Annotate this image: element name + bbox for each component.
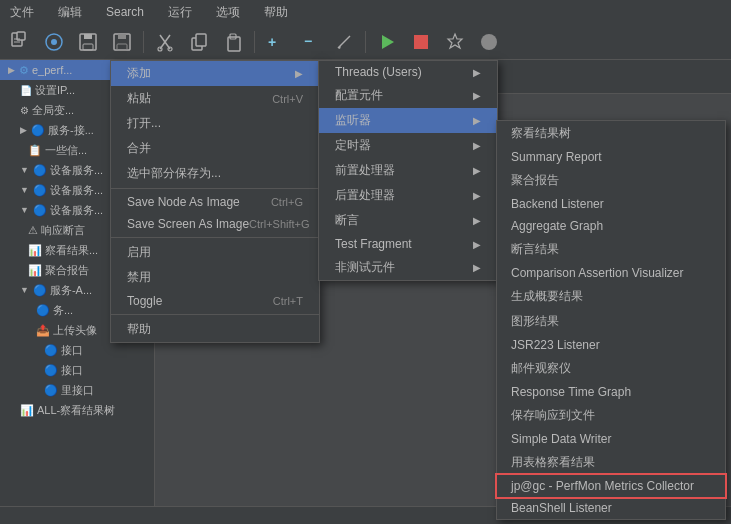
sm-arrow-icon: ▶ xyxy=(473,67,481,78)
sm-arrow-icon: ▶ xyxy=(473,262,481,273)
sm2-summary[interactable]: Summary Report xyxy=(497,146,725,168)
cm-save-screen-image[interactable]: Save Screen As Image Ctrl+Shift+G xyxy=(111,213,319,235)
sm-config[interactable]: 配置元件 ▶ xyxy=(319,83,497,108)
submenu-listener: 察看结果树 Summary Report 聚合报告 Backend Listen… xyxy=(496,120,726,520)
cm-sep3 xyxy=(111,314,319,315)
sm2-jsr223[interactable]: JSR223 Listener xyxy=(497,334,725,356)
sm-arrow-icon: ▶ xyxy=(473,215,481,226)
submenu-add: Threads (Users) ▶ 配置元件 ▶ 监听器 ▶ 定时器 ▶ 前置处… xyxy=(318,60,498,281)
sm2-save-response[interactable]: 保存响应到文件 xyxy=(497,403,725,428)
sm-test-fragment[interactable]: Test Fragment ▶ xyxy=(319,233,497,255)
cm-enable[interactable]: 启用 xyxy=(111,240,319,265)
sm2-response-time[interactable]: Response Time Graph xyxy=(497,381,725,403)
sm-arrow-icon: ▶ xyxy=(473,90,481,101)
cm-merge[interactable]: 合并 xyxy=(111,136,319,161)
sm-arrow-icon: ▶ xyxy=(473,165,481,176)
sm-listener[interactable]: 监听器 ▶ xyxy=(319,108,497,133)
sm-post-processor[interactable]: 后置处理器 ▶ xyxy=(319,183,497,208)
sm2-agg-graph[interactable]: Aggregate Graph xyxy=(497,215,725,237)
sm2-table-view[interactable]: 用表格察看结果 xyxy=(497,450,725,475)
sm-non-test[interactable]: 非测试元件 ▶ xyxy=(319,255,497,280)
sm-arrow-icon: ▶ xyxy=(473,239,481,250)
sm2-simple-writer[interactable]: Simple Data Writer xyxy=(497,428,725,450)
sm-pre-processor[interactable]: 前置处理器 ▶ xyxy=(319,158,497,183)
cm-sep2 xyxy=(111,237,319,238)
sm-arrow-icon: ▶ xyxy=(473,115,481,126)
cm-toggle[interactable]: Toggle Ctrl+T xyxy=(111,290,319,312)
sm2-graph-results[interactable]: 图形结果 xyxy=(497,309,725,334)
cm-save-partial[interactable]: 选中部分保存为... xyxy=(111,161,319,186)
sm2-mail-viewer[interactable]: 邮件观察仪 xyxy=(497,356,725,381)
cm-help[interactable]: 帮助 xyxy=(111,317,319,342)
cm-add[interactable]: 添加 ▶ xyxy=(111,61,319,86)
cm-disable[interactable]: 禁用 xyxy=(111,265,319,290)
sm2-perfmon[interactable]: jp@gc - PerfMon Metrics Collector xyxy=(497,475,725,497)
sm-arrow-icon: ▶ xyxy=(473,140,481,151)
sm2-assertion-results[interactable]: 断言结果 xyxy=(497,237,725,262)
sm2-beanshell[interactable]: BeanShell Listener xyxy=(497,497,725,519)
context-menu: 添加 ▶ 粘贴 Ctrl+V 打开... 合并 选中部分保存为... Save … xyxy=(110,60,320,343)
cm-paste[interactable]: 粘贴 Ctrl+V xyxy=(111,86,319,111)
cm-save-node-image[interactable]: Save Node As Image Ctrl+G xyxy=(111,191,319,213)
sm2-comparison[interactable]: Comparison Assertion Visualizer xyxy=(497,262,725,284)
cm-arrow-icon: ▶ xyxy=(295,68,303,79)
sm2-aggregate[interactable]: 聚合报告 xyxy=(497,168,725,193)
sm2-view-results[interactable]: 察看结果树 xyxy=(497,121,725,146)
context-menu-layer: 添加 ▶ 粘贴 Ctrl+V 打开... 合并 选中部分保存为... Save … xyxy=(0,0,731,524)
sm2-generate-summary[interactable]: 生成概要结果 xyxy=(497,284,725,309)
sm-timer[interactable]: 定时器 ▶ xyxy=(319,133,497,158)
sm-arrow-icon: ▶ xyxy=(473,190,481,201)
sm2-backend[interactable]: Backend Listener xyxy=(497,193,725,215)
cm-sep1 xyxy=(111,188,319,189)
sm-threads[interactable]: Threads (Users) ▶ xyxy=(319,61,497,83)
cm-open[interactable]: 打开... xyxy=(111,111,319,136)
sm-assertion[interactable]: 断言 ▶ xyxy=(319,208,497,233)
